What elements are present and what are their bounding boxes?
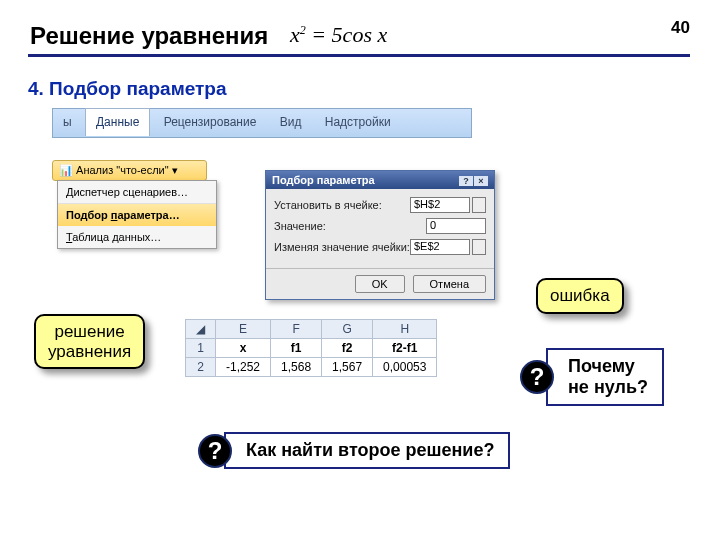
input-change-cell[interactable]: $E$2 — [410, 239, 470, 255]
picker-icon[interactable] — [472, 239, 486, 255]
col-G: G — [322, 320, 373, 339]
cell: f2-f1 — [373, 339, 437, 358]
input-set-cell[interactable]: $H$2 — [410, 197, 470, 213]
tab-trunc[interactable]: ы — [53, 109, 82, 136]
cell: f2 — [322, 339, 373, 358]
help-icon[interactable]: ? — [459, 176, 473, 186]
cell: 1,568 — [271, 358, 322, 377]
label-change-cell: Изменяя значение ячейки: — [274, 241, 410, 253]
question-why-not-zero: Почемуне нуль? — [546, 348, 664, 406]
row-2: 2 — [186, 358, 216, 377]
col-H: H — [373, 320, 437, 339]
tab-data[interactable]: Данные — [85, 108, 150, 136]
close-icon[interactable]: × — [474, 176, 488, 186]
cancel-button[interactable]: Отмена — [413, 275, 486, 293]
cell: f1 — [271, 339, 322, 358]
col-E: E — [216, 320, 271, 339]
dialog-title: Подбор параметра — [272, 174, 375, 186]
input-value[interactable]: 0 — [426, 218, 486, 234]
goal-seek-dialog: Подбор параметра ?× Установить в ячейке:… — [265, 170, 495, 300]
callout-solution: решениеуравнения — [34, 314, 145, 369]
tab-review[interactable]: Рецензирование — [154, 109, 267, 136]
ribbon: ы Данные Рецензирование Вид Надстройки — [52, 108, 472, 138]
question-second-solution: Как найти второе решение? — [224, 432, 510, 469]
row-1: 1 — [186, 339, 216, 358]
cell: -1,252 — [216, 358, 271, 377]
equation: x2 = 5cos x — [290, 22, 387, 48]
question-icon: ? — [198, 434, 232, 468]
menu-data-table[interactable]: Таблица данных… — [58, 226, 216, 248]
menu-scenarios[interactable]: Диспетчер сценариев… — [58, 181, 216, 204]
tab-addins[interactable]: Надстройки — [315, 109, 401, 136]
cell: 1,567 — [322, 358, 373, 377]
whatif-button[interactable]: 📊 Анализ "что-если" ▾ — [52, 160, 207, 181]
question-icon: ? — [520, 360, 554, 394]
section-subtitle: 4. Подбор параметра — [28, 78, 227, 100]
callout-error: ошибка — [536, 278, 624, 314]
menu-goal-seek[interactable]: Подбор параметра… — [58, 204, 216, 226]
label-value: Значение: — [274, 220, 426, 232]
label-set-cell: Установить в ячейке: — [274, 199, 410, 211]
slide-title: Решение уравнения — [30, 22, 268, 50]
col-F: F — [271, 320, 322, 339]
whatif-menu: Диспетчер сценариев… Подбор параметра… Т… — [57, 180, 217, 249]
cell: x — [216, 339, 271, 358]
picker-icon[interactable] — [472, 197, 486, 213]
corner-cell: ◢ — [186, 320, 216, 339]
tab-view[interactable]: Вид — [270, 109, 312, 136]
title-divider — [28, 54, 690, 57]
result-sheet: ◢ E F G H 1 x f1 f2 f2-f1 2 -1,252 1,568… — [185, 319, 437, 377]
cell: 0,00053 — [373, 358, 437, 377]
page-number: 40 — [671, 18, 690, 38]
ok-button[interactable]: OK — [355, 275, 405, 293]
